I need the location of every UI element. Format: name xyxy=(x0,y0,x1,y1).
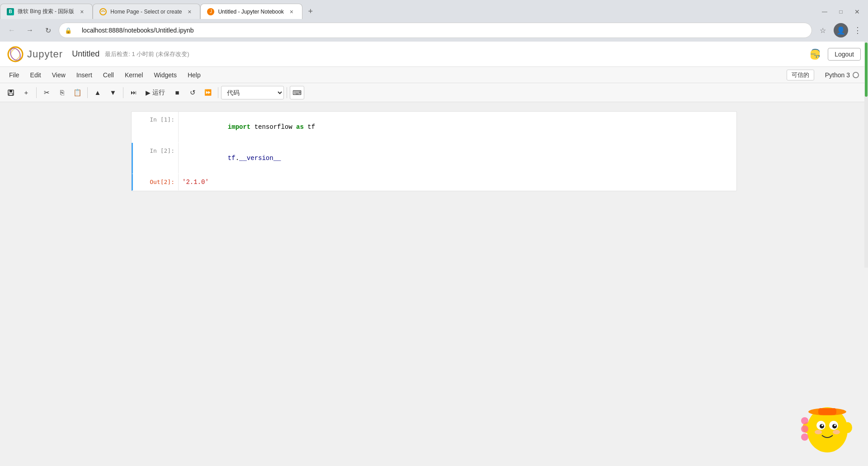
mascot-svg xyxy=(796,403,859,457)
run-label: 运行 xyxy=(152,89,165,97)
svg-point-20 xyxy=(843,422,852,433)
svg-point-23 xyxy=(801,433,808,441)
menu-kernel[interactable]: Kernel xyxy=(119,70,148,80)
python-logo-icon xyxy=(808,47,822,61)
toolbar-sep-1 xyxy=(36,87,37,98)
bookmark-button[interactable]: ☆ xyxy=(816,23,830,38)
toolbar-sep-2 xyxy=(87,87,88,98)
cell-2-body[interactable]: tf.__version__ xyxy=(178,143,736,174)
jupyter-logo-text: Jupyter xyxy=(27,48,63,60)
add-cell-button[interactable]: + xyxy=(19,86,33,99)
profile-button[interactable]: 👤 xyxy=(834,23,848,38)
run-icon: ▶ xyxy=(146,89,151,96)
notebook-title[interactable]: Untitled xyxy=(72,49,99,59)
kernel-badge: Python 3 xyxy=(820,71,864,79)
address-input[interactable] xyxy=(75,23,806,38)
move-down-button[interactable]: ▼ xyxy=(106,86,120,99)
svg-point-0 xyxy=(100,9,106,15)
tab-bing-close[interactable]: × xyxy=(78,8,86,16)
kernel-status-icon xyxy=(853,72,859,78)
cell-2-output-row: Out[2]: '2.1.0' xyxy=(132,174,736,191)
save-button[interactable] xyxy=(4,86,18,99)
toolbar: + ✂ ⎘ 📋 ▲ ▼ ⏭ ▶ 运行 ■ ↺ ⏩ 代码 Markdown Raw… xyxy=(0,83,868,102)
svg-point-21 xyxy=(801,417,808,424)
minimize-button[interactable]: — xyxy=(817,5,832,19)
browser-chrome: B 微软 Bing 搜索 - 国际版 × Home Page - Select … xyxy=(0,0,868,42)
restart-run-button[interactable]: ⏩ xyxy=(201,86,215,99)
scrollbar-thumb[interactable] xyxy=(865,42,868,97)
header-right: Logout xyxy=(808,47,861,61)
tab-bing-label: 微软 Bing 搜索 - 国际版 xyxy=(18,8,74,15)
jupyter-favicon-icon: J xyxy=(207,8,214,15)
tab-home-close[interactable]: × xyxy=(185,8,193,16)
svg-point-22 xyxy=(801,425,808,433)
scrollbar[interactable] xyxy=(864,42,868,268)
keyboard-shortcuts-button[interactable]: ⌨ xyxy=(290,86,304,99)
tab-jupyter[interactable]: J Untitled - Jupyter Notebook × xyxy=(200,4,302,19)
cell-2-input[interactable]: tf.__version__ xyxy=(182,146,733,171)
home-favicon-icon xyxy=(99,8,107,15)
tab-bing[interactable]: B 微软 Bing 搜索 - 国际版 × xyxy=(0,4,93,19)
toolbar-sep-3 xyxy=(123,87,123,98)
svg-point-4 xyxy=(816,56,817,57)
menu-help[interactable]: Help xyxy=(182,70,206,80)
run-cell-button[interactable]: ▶ 运行 xyxy=(142,86,169,99)
move-up-button[interactable]: ▲ xyxy=(90,86,105,99)
cell-1-body[interactable]: import tensorflow as tf xyxy=(178,112,736,142)
copy-button[interactable]: ⎘ xyxy=(55,86,69,99)
mascot-image xyxy=(796,403,859,457)
svg-rect-10 xyxy=(818,408,836,415)
menu-bar: File Edit View Insert Cell Kernel Widget… xyxy=(0,67,868,83)
notebook-content: In [1]: import tensorflow as tf In [2]: … xyxy=(0,102,868,373)
notebook-meta: 最后检查: 1 小时前 (未保存改变) xyxy=(105,50,189,58)
menu-edit[interactable]: Edit xyxy=(25,70,47,80)
keyword-import: import xyxy=(228,123,250,131)
svg-point-17 xyxy=(815,430,822,434)
browser-menu-button[interactable]: ⋮ xyxy=(852,24,863,37)
svg-point-15 xyxy=(821,424,823,426)
paste-button[interactable]: 📋 xyxy=(70,86,85,99)
restart-button[interactable]: ↺ xyxy=(185,86,200,99)
bing-favicon-icon: B xyxy=(7,8,14,15)
svg-point-3 xyxy=(813,51,815,52)
cell-type-select[interactable]: 代码 Markdown Raw NBConvert 标题 xyxy=(221,86,284,99)
cell-1-input-prompt: In [1]: xyxy=(133,112,178,142)
jupyter-app: Jupyter Untitled 最后检查: 1 小时前 (未保存改变) Log… xyxy=(0,42,868,373)
kernel-label: Python 3 xyxy=(825,71,850,79)
logout-button[interactable]: Logout xyxy=(828,48,861,61)
restore-button[interactable]: □ xyxy=(834,5,848,19)
refresh-button[interactable]: ↻ xyxy=(41,23,55,38)
cell-2-output-prompt: Out[2]: xyxy=(133,174,178,190)
cell-1: In [1]: import tensorflow as tf xyxy=(132,112,736,143)
jupyter-logo-icon xyxy=(7,46,24,62)
tab-jupyter-label: Untitled - Jupyter Notebook xyxy=(218,9,283,15)
cut-button[interactable]: ✂ xyxy=(39,86,54,99)
cell-2-input-prompt: In [2]: xyxy=(133,143,178,174)
cell-2-output: '2.1.0' xyxy=(182,177,733,188)
back-button[interactable]: ← xyxy=(5,23,19,38)
forward-button[interactable]: → xyxy=(23,23,37,38)
menu-file[interactable]: File xyxy=(4,70,25,80)
new-tab-button[interactable]: + xyxy=(302,4,319,19)
jupyter-header: Jupyter Untitled 最后检查: 1 小时前 (未保存改变) Log… xyxy=(0,42,868,67)
tab-jupyter-close[interactable]: × xyxy=(288,8,296,16)
tab-home[interactable]: Home Page - Select or create × xyxy=(93,4,200,19)
menu-widgets[interactable]: Widgets xyxy=(148,70,182,80)
lock-icon: 🔒 xyxy=(65,27,72,34)
svg-point-16 xyxy=(834,424,836,426)
cell-2: In [2]: tf.__version__ xyxy=(132,143,736,174)
cell-2-output-body: '2.1.0' xyxy=(178,174,736,190)
jupyter-logo: Jupyter xyxy=(7,46,63,62)
close-window-button[interactable]: ✕ xyxy=(850,5,864,19)
tab-bar: B 微软 Bing 搜索 - 国际版 × Home Page - Select … xyxy=(0,0,868,19)
menu-view[interactable]: View xyxy=(47,70,71,80)
menu-insert[interactable]: Insert xyxy=(71,70,98,80)
menu-cell[interactable]: Cell xyxy=(98,70,119,80)
run-before-button[interactable]: ⏭ xyxy=(126,86,141,99)
toolbar-sep-5 xyxy=(287,87,287,98)
svg-point-18 xyxy=(833,430,840,434)
interrupt-button[interactable]: ■ xyxy=(170,86,184,99)
cell-1-input[interactable]: import tensorflow as tf xyxy=(182,114,733,140)
trusted-badge: 可信的 xyxy=(787,70,814,80)
svg-rect-6 xyxy=(9,90,12,92)
